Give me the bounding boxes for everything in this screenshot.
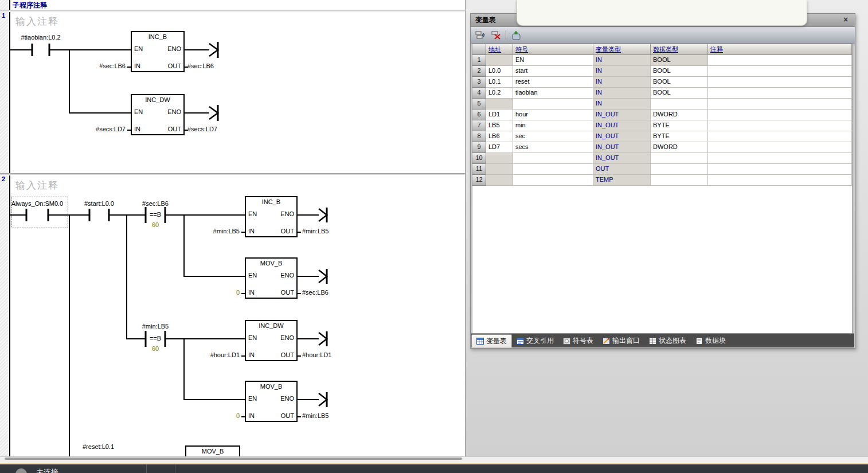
- row-number[interactable]: 10: [472, 153, 486, 164]
- row-number[interactable]: 8: [472, 131, 486, 142]
- row-number[interactable]: 11: [472, 164, 486, 175]
- row-number[interactable]: 7: [472, 120, 486, 131]
- operand-label[interactable]: #secs:LD7: [187, 126, 217, 133]
- block-title[interactable]: MOV_B: [245, 383, 297, 390]
- contact-label[interactable]: #start:L0.0: [71, 200, 128, 208]
- contact-tiaobian[interactable]: [32, 44, 49, 56]
- compare-constant[interactable]: 60: [127, 221, 184, 229]
- cell-symbol[interactable]: secs: [513, 142, 593, 153]
- cell-datatype[interactable]: BYTE: [651, 120, 708, 131]
- cell-datatype[interactable]: BOOL: [651, 77, 708, 88]
- cell-address[interactable]: [486, 164, 513, 175]
- cell-vartype[interactable]: OUT: [593, 164, 651, 175]
- cell-datatype[interactable]: [651, 99, 708, 110]
- row-number[interactable]: 1: [472, 55, 486, 66]
- cell-comment[interactable]: [708, 164, 852, 175]
- cell-comment[interactable]: [708, 88, 852, 99]
- compare-constant[interactable]: 60: [127, 345, 184, 353]
- row-number[interactable]: 3: [472, 77, 486, 88]
- cell-vartype[interactable]: IN: [593, 66, 651, 77]
- constant-operand[interactable]: 0: [194, 289, 240, 296]
- cell-datatype[interactable]: DWORD: [651, 142, 708, 153]
- cell-datatype[interactable]: BOOL: [651, 55, 708, 66]
- contact-label[interactable]: #reset:L0.1: [83, 443, 114, 451]
- cell-datatype[interactable]: BOOL: [651, 66, 708, 77]
- delete-row-button[interactable]: [490, 30, 502, 40]
- cell-symbol[interactable]: hour: [513, 110, 593, 120]
- tab-symbol-table[interactable]: 符号表: [558, 334, 598, 347]
- network-1-comment[interactable]: 输入注释: [15, 15, 59, 28]
- contact-label[interactable]: Always_On:SM0.0: [9, 200, 66, 208]
- cell-comment[interactable]: [708, 153, 852, 164]
- block-title[interactable]: INC_B: [131, 33, 184, 41]
- contact-start[interactable]: [89, 209, 109, 221]
- cell-address[interactable]: L0.1: [486, 77, 513, 88]
- cell-symbol[interactable]: sec: [513, 131, 593, 142]
- tab-data-block[interactable]: 数据块: [691, 334, 730, 347]
- cell-vartype[interactable]: IN_OUT: [593, 110, 651, 120]
- cell-symbol[interactable]: start: [513, 66, 593, 77]
- cell-datatype[interactable]: BOOL: [651, 88, 708, 99]
- operand-label[interactable]: #hour:LD1: [302, 351, 331, 359]
- program-comment[interactable]: 子程序注释: [13, 1, 47, 10]
- block-title[interactable]: INC_DW: [245, 322, 297, 330]
- cell-address[interactable]: LD7: [486, 142, 513, 153]
- constant-operand[interactable]: 0: [194, 412, 240, 420]
- cell-symbol[interactable]: tiaobian: [513, 88, 593, 99]
- cell-comment[interactable]: [708, 99, 852, 110]
- cell-comment[interactable]: [708, 77, 852, 88]
- block-title[interactable]: INC_DW: [131, 96, 184, 104]
- operand-label[interactable]: #secs:LD7: [80, 126, 126, 133]
- cell-address[interactable]: L0.0: [486, 66, 513, 77]
- cell-vartype[interactable]: IN: [593, 88, 651, 99]
- compare-operand[interactable]: #sec:LB6: [127, 200, 184, 208]
- cell-datatype[interactable]: [651, 175, 708, 186]
- cell-vartype[interactable]: IN: [593, 99, 651, 110]
- allocate-memory-button[interactable]: [510, 30, 522, 40]
- cell-address[interactable]: LB5: [486, 120, 513, 131]
- tab-variable-table[interactable]: 变量表: [471, 334, 512, 347]
- block-title[interactable]: MOV_B: [245, 260, 297, 267]
- cell-comment[interactable]: [708, 175, 852, 186]
- tab-output-window[interactable]: 输出窗口: [598, 334, 644, 347]
- cell-address[interactable]: [486, 153, 513, 164]
- cell-vartype[interactable]: IN: [593, 77, 651, 88]
- operand-label[interactable]: #sec:LB6: [302, 289, 329, 296]
- compare-operand[interactable]: #min:LB5: [127, 323, 184, 330]
- contact-always-on[interactable]: [26, 209, 48, 221]
- contact-label[interactable]: #tiaobian:L0.2: [12, 34, 69, 41]
- network-2-comment[interactable]: 输入注释: [15, 179, 59, 192]
- row-number[interactable]: 9: [472, 142, 486, 153]
- cell-symbol[interactable]: reset: [513, 77, 593, 88]
- operand-label[interactable]: #sec:LB6: [80, 62, 126, 70]
- cell-comment[interactable]: [708, 131, 852, 142]
- cell-comment[interactable]: [708, 142, 852, 153]
- tab-status-chart[interactable]: 状态图表: [644, 334, 691, 347]
- scrollbar-thumb[interactable]: [5, 458, 462, 460]
- cell-address[interactable]: [486, 55, 513, 66]
- cell-comment[interactable]: [708, 120, 852, 131]
- cell-symbol[interactable]: [513, 164, 593, 175]
- operand-label[interactable]: #min:LB5: [302, 412, 329, 420]
- operand-label[interactable]: #min:LB5: [302, 228, 329, 235]
- cell-comment[interactable]: [708, 55, 852, 66]
- cell-symbol[interactable]: EN: [513, 55, 593, 66]
- row-number[interactable]: 4: [472, 88, 486, 99]
- cell-datatype[interactable]: [651, 164, 708, 175]
- cell-address[interactable]: [486, 99, 513, 110]
- cell-address[interactable]: LD1: [486, 110, 513, 120]
- row-number[interactable]: 2: [472, 66, 486, 77]
- cell-datatype[interactable]: DWORD: [651, 110, 708, 120]
- cell-symbol[interactable]: [513, 175, 593, 186]
- tab-cross-reference[interactable]: 交叉引用: [512, 334, 558, 347]
- operand-label[interactable]: #hour:LD1: [194, 351, 240, 359]
- cell-symbol[interactable]: [513, 99, 593, 110]
- cell-vartype[interactable]: IN_OUT: [593, 153, 651, 164]
- operand-label[interactable]: #sec:LB6: [187, 62, 214, 70]
- cell-address[interactable]: L0.2: [486, 88, 513, 99]
- row-number[interactable]: 6: [472, 110, 486, 120]
- cell-comment[interactable]: [708, 110, 852, 120]
- cell-address[interactable]: [486, 175, 513, 186]
- cell-vartype[interactable]: IN: [593, 55, 651, 66]
- block-title[interactable]: INC_B: [245, 198, 297, 206]
